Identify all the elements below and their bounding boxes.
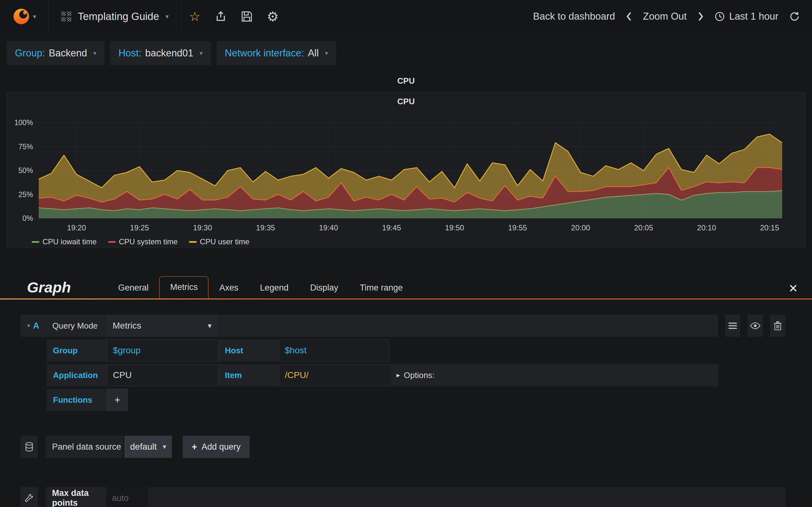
legend-label: CPU system time — [119, 237, 177, 246]
tab-metrics[interactable]: Metrics — [159, 276, 208, 298]
legend-color-dash — [108, 241, 116, 243]
max-data-points-filler — [148, 487, 785, 507]
query-row-filler — [218, 315, 718, 337]
host-field-value[interactable]: $host — [279, 339, 389, 361]
navbar-right-controls: Back to dashboard Zoom Out Last 1 hour — [533, 11, 812, 22]
x-axis-tick-label: 19:55 — [508, 223, 527, 232]
y-axis-tick-label: 25% — [18, 190, 33, 199]
time-range-picker[interactable]: Last 1 hour — [715, 11, 778, 22]
group-field-value[interactable]: $group — [107, 339, 218, 361]
template-var-value: backend01 — [145, 48, 194, 59]
refresh-icon — [789, 11, 800, 22]
x-axis-labels: 19:2019:2519:3019:3519:4019:4519:5019:55… — [39, 223, 782, 233]
application-field-value[interactable]: CPU — [107, 364, 218, 386]
chevron-down-icon: ▾ — [27, 323, 30, 328]
legend-item[interactable]: CPU user time — [189, 237, 249, 246]
template-var-label: Network interface: — [225, 48, 304, 59]
panel-fullscreen-title: CPU — [0, 76, 812, 86]
chevron-down-icon: ▾ — [165, 13, 169, 20]
chevron-right-icon — [698, 12, 704, 21]
chevron-down-icon: ▾ — [325, 50, 328, 56]
legend-item[interactable]: CPU system time — [108, 237, 177, 246]
zoom-out-button[interactable]: Zoom Out — [643, 11, 687, 22]
y-axis-tick-label: 75% — [18, 142, 33, 151]
y-axis-tick-label: 50% — [18, 166, 33, 175]
add-function-button[interactable]: + — [107, 389, 128, 411]
template-var-group[interactable]: Group: Backend ▾ — [7, 41, 104, 65]
grafana-logo[interactable]: ▾ — [0, 0, 48, 33]
template-var-label: Host: — [118, 48, 141, 59]
share-button[interactable] — [208, 0, 234, 33]
panel-datasource-label: Panel data source — [46, 436, 123, 458]
query-delete-button[interactable] — [770, 315, 785, 337]
max-data-points-input[interactable] — [106, 487, 148, 507]
template-var-host[interactable]: Host: backend01 ▾ — [110, 41, 211, 65]
trash-icon — [774, 321, 782, 331]
legend-item[interactable]: CPU iowait time — [32, 237, 97, 246]
template-var-value: Backend — [49, 48, 87, 59]
query-row-a: ▾ A Query Mode Metrics ▾ — [20, 315, 785, 337]
functions-label: Functions — [47, 389, 107, 411]
datasource-value: default — [130, 442, 157, 452]
tab-underline — [0, 298, 812, 299]
item-field-value[interactable]: /CPU/ — [279, 364, 389, 386]
query-toggle-visibility-button[interactable] — [748, 315, 763, 337]
template-variable-row: Group: Backend ▾ Host: backend01 ▾ Netwo… — [7, 41, 812, 65]
star-icon: ☆ — [189, 9, 200, 24]
panel-editor: Graph General Metrics Axes Legend Displa… — [0, 273, 812, 507]
editor-header: Graph General Metrics Axes Legend Displa… — [0, 273, 812, 298]
eye-icon — [750, 322, 760, 329]
legend-color-dash — [32, 241, 39, 243]
template-var-value: All — [308, 48, 318, 59]
options-label: Options: — [404, 371, 435, 380]
y-axis-tick-label: 100% — [14, 118, 33, 127]
tab-general[interactable]: General — [107, 277, 159, 298]
application-field-label: Application — [47, 364, 107, 386]
back-to-dashboard-link[interactable]: Back to dashboard — [533, 11, 615, 22]
close-editor-button[interactable]: × — [789, 281, 798, 298]
panel-type-title: Graph — [27, 279, 71, 298]
chevron-down-icon: ▾ — [200, 50, 203, 56]
x-axis-tick-label: 19:45 — [382, 223, 401, 232]
query-collapse-toggle[interactable]: ▾ A — [20, 315, 46, 337]
query-menu-button[interactable] — [725, 315, 740, 337]
dashboard-title-dropdown[interactable]: Templating Guide ▾ — [49, 0, 182, 33]
chart-plot — [39, 123, 782, 218]
dashboard-icon — [61, 11, 71, 21]
template-var-network-interface[interactable]: Network interface: All ▾ — [217, 41, 336, 65]
query-row-functions: Functions + — [47, 389, 812, 411]
panel-title[interactable]: CPU — [7, 97, 805, 107]
y-axis-tick-label: 0% — [22, 214, 33, 223]
datasource-select[interactable]: default ▾ — [124, 436, 172, 458]
chevron-down-icon: ▾ — [93, 50, 96, 56]
tab-display[interactable]: Display — [299, 277, 349, 298]
options-toggle[interactable]: ▸ Options: — [390, 364, 718, 386]
zoom-right-button[interactable] — [698, 12, 704, 21]
navbar: ▾ Templating Guide ▾ ☆ ⚙ Back to dashboa… — [0, 0, 812, 33]
query-row-group-host: Group $group Host $host — [47, 339, 812, 361]
settings-button[interactable]: ⚙ — [260, 0, 286, 33]
star-button[interactable]: ☆ — [182, 0, 208, 33]
tab-time-range[interactable]: Time range — [349, 277, 414, 298]
tab-axes[interactable]: Axes — [208, 277, 249, 298]
max-data-points-label: Max data points — [46, 487, 106, 507]
database-icon — [24, 442, 34, 452]
add-query-button[interactable]: + Add query — [183, 436, 250, 458]
zoom-left-button[interactable] — [626, 12, 632, 21]
time-range-label: Last 1 hour — [729, 11, 778, 22]
refresh-button[interactable] — [789, 11, 800, 22]
query-mode-select[interactable]: Metrics ▾ — [106, 315, 218, 337]
x-axis-tick-label: 19:35 — [256, 223, 275, 232]
x-axis-tick-label: 20:15 — [760, 223, 779, 232]
tab-legend[interactable]: Legend — [249, 277, 299, 298]
query-editor: ▾ A Query Mode Metrics ▾ — [0, 315, 812, 411]
save-button[interactable] — [234, 0, 260, 33]
query-ref-letter: A — [33, 321, 39, 331]
x-axis-tick-label: 20:10 — [697, 223, 716, 232]
share-icon — [215, 11, 226, 22]
query-row-application-item: Application CPU Item /CPU/ ▸ Options: — [47, 364, 812, 386]
gear-icon: ⚙ — [267, 9, 279, 24]
chevron-right-icon: ▸ — [397, 372, 400, 379]
grafana-flame-icon — [12, 7, 31, 26]
x-axis-tick-label: 19:25 — [130, 223, 149, 232]
